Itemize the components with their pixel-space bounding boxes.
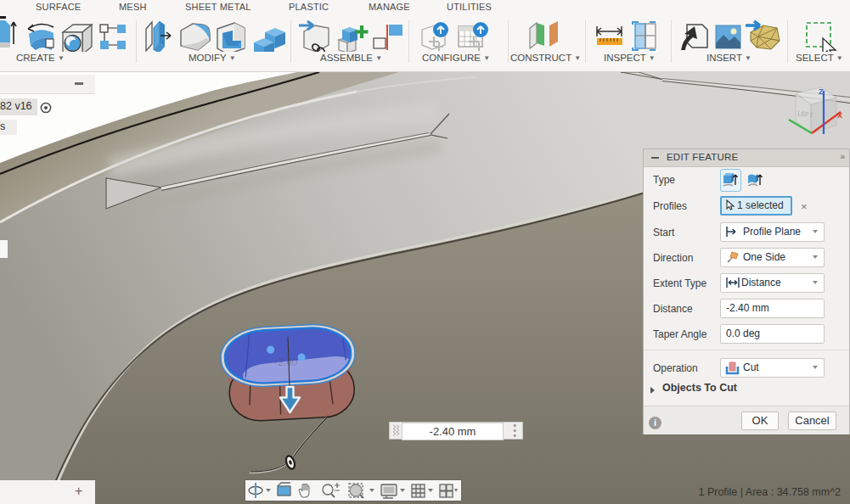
- svg-text:Z: Z: [819, 87, 824, 96]
- svg-text:X: X: [837, 111, 842, 120]
- svg-text:-2.40: -2.40: [274, 356, 298, 368]
